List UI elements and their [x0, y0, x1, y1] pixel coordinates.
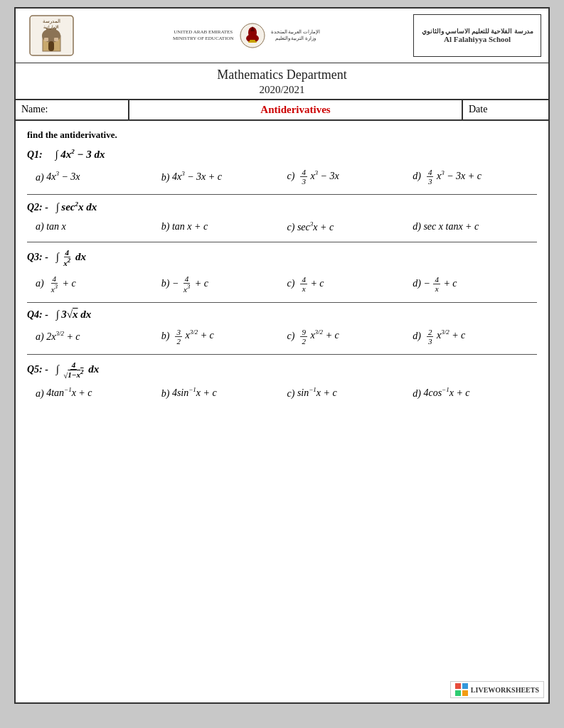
q3-option-c: c) 4x + c: [286, 272, 412, 296]
liveworksheets-icon: [455, 683, 468, 696]
ministry-logos: UNITED ARAB EMIRATES MINISTRY OF EDUCATI…: [173, 23, 320, 48]
q5-option-c: c) sin−1x + c: [286, 384, 412, 402]
question-3: Q3: - ∫ 4x2 dx a) 4x3 + c b) − 4x3 + c: [27, 248, 537, 296]
q5-option-b: b) 4sin−1x + c: [160, 384, 286, 402]
question-2: Q2: - ∫ sec2x dx a) tan x b) tan x + c c…: [27, 200, 537, 236]
q4-id: Q4: -: [27, 309, 53, 320]
q4-expr: ∫ 3√x dx: [55, 309, 91, 320]
q3-label: Q3: - ∫ 4x2 dx: [27, 248, 537, 267]
q1-label: Q1: ∫ 4x2 − 3 dx: [27, 148, 537, 161]
q4-option-c: c) 92 x3/2 + c: [286, 325, 412, 348]
q5-id: Q5: -: [27, 364, 53, 375]
q2-id: Q2: -: [27, 202, 53, 213]
svg-rect-6: [54, 38, 58, 41]
question-5: Q5: - ∫ 4√1−x2 dx a) 4tan−1x + c b) 4sin…: [27, 360, 537, 402]
school-info-box: مدرسة الفلاحية للتعليم الاساسي والثانوي …: [413, 14, 541, 57]
divider-2: [27, 242, 537, 242]
q1-options: a) 4x3 − 3x b) 4x3 − 3x + c c) 43 x3 − 3…: [27, 165, 537, 188]
q5-expr: ∫ 4√1−x2 dx: [55, 363, 99, 375]
svg-rect-16: [462, 683, 468, 689]
q4-options: a) 2x3/2 + c b) 32 x3/2 + c c) 92 x3/2 +…: [27, 325, 537, 348]
q5-option-a: a) 4tan−1x + c: [34, 384, 160, 402]
divider-4: [27, 354, 537, 355]
dept-title: Mathematics Department: [16, 63, 548, 84]
school-logo-left: المدرسة الإماراتية: [23, 14, 80, 57]
uae-line2: MINISTRY OF EDUCATION: [173, 36, 234, 42]
name-label: Name:: [16, 100, 129, 119]
q4-option-d: d) 23 x3/2 + c: [411, 325, 537, 348]
topic-label: Antiderivatives: [129, 100, 463, 119]
svg-rect-4: [48, 41, 54, 51]
divider-1: [27, 194, 537, 195]
q2-option-d: d) sec x tanx + c: [411, 218, 537, 235]
header-center: UNITED ARAB EMIRATES MINISTRY OF EDUCATI…: [85, 14, 408, 57]
q1-expr: ∫ 4x2 − 3 dx: [55, 149, 105, 160]
uae-left-text: UNITED ARAB EMIRATES MINISTRY OF EDUCATI…: [173, 29, 234, 42]
q2-option-c: c) sec3x + c: [286, 218, 412, 236]
svg-rect-18: [462, 690, 468, 696]
svg-rect-5: [44, 38, 48, 41]
worksheet-content: find the antiderivative. Q1: ∫ 4x2 − 3 d…: [16, 121, 548, 419]
svg-rect-3: [46, 28, 56, 37]
q2-options: a) tan x b) tan x + c c) sec3x + c d) se…: [27, 218, 537, 236]
year-label: 2020/2021: [16, 84, 548, 99]
q4-label: Q4: - ∫ 3√x dx: [27, 309, 537, 321]
liveworksheets-label: LIVEWORKSHEETS: [471, 686, 539, 694]
q1-option-d: d) 43 x3 − 3x + c: [411, 165, 537, 188]
uae-line1: UNITED ARAB EMIRATES: [173, 29, 234, 36]
school-name-english: Al Falahiyya School: [444, 35, 511, 43]
q5-option-d: d) 4cos−1x + c: [411, 384, 537, 402]
worksheet-page: المدرسة الإماراتية UNITED ARAB EMIRATES …: [14, 7, 550, 704]
q3-option-d: d) − 4x + c: [411, 272, 537, 296]
date-label: Date: [463, 100, 548, 119]
svg-rect-17: [455, 690, 461, 696]
header: المدرسة الإماراتية UNITED ARAB EMIRATES …: [16, 9, 548, 63]
arabic-right-text: الإمارات العربية المتحدة وزارة التربية و…: [271, 29, 321, 42]
uae-emblem-icon: [240, 23, 265, 48]
divider-3: [27, 302, 537, 303]
q3-options: a) 4x3 + c b) − 4x3 + c c) 4x + c d) − 4…: [27, 272, 537, 296]
q2-label: Q2: - ∫ sec2x dx: [27, 200, 537, 213]
arabic-line1: الإمارات العربية المتحدة: [271, 29, 321, 36]
q1-id: Q1:: [27, 149, 53, 160]
liveworksheets-badge: LIVEWORKSHEETS: [450, 681, 544, 698]
arabic-line2: وزارة التربية والتعليم: [271, 36, 321, 42]
q2-expr: ∫ sec2x dx: [55, 201, 97, 213]
name-topic-date-row: Name: Antiderivatives Date: [16, 99, 548, 121]
q1-option-a: a) 4x3 − 3x: [34, 168, 160, 186]
q3-expr: ∫ 4x2 dx: [55, 251, 86, 262]
q4-option-b: b) 32 x3/2 + c: [160, 325, 286, 348]
q3-option-b: b) − 4x3 + c: [160, 272, 286, 296]
svg-rect-15: [455, 683, 461, 689]
instruction-text: find the antiderivative.: [27, 129, 537, 141]
q2-option-a: a) tan x: [34, 218, 160, 235]
q3-id: Q3: -: [27, 252, 53, 262]
question-4: Q4: - ∫ 3√x dx a) 2x3/2 + c b) 32 x3/2 +…: [27, 309, 537, 348]
q1-option-b: b) 4x3 − 3x + c: [160, 168, 286, 186]
q3-option-a: a) 4x3 + c: [34, 272, 160, 296]
q4-option-a: a) 2x3/2 + c: [34, 327, 160, 346]
question-1: Q1: ∫ 4x2 − 3 dx a) 4x3 − 3x b) 4x3 − 3x…: [27, 148, 537, 188]
svg-text:الإماراتية: الإماراتية: [43, 25, 59, 30]
q2-option-b: b) tan x + c: [160, 218, 286, 235]
q5-label: Q5: - ∫ 4√1−x2 dx: [27, 360, 537, 380]
school-name-arabic: مدرسة الفلاحية للتعليم الاساسي والثانوي: [422, 28, 533, 35]
svg-text:المدرسة: المدرسة: [42, 18, 60, 24]
svg-rect-14: [248, 41, 257, 43]
q1-option-c: c) 43 x3 − 3x: [286, 165, 412, 188]
q5-options: a) 4tan−1x + c b) 4sin−1x + c c) sin−1x …: [27, 384, 537, 402]
